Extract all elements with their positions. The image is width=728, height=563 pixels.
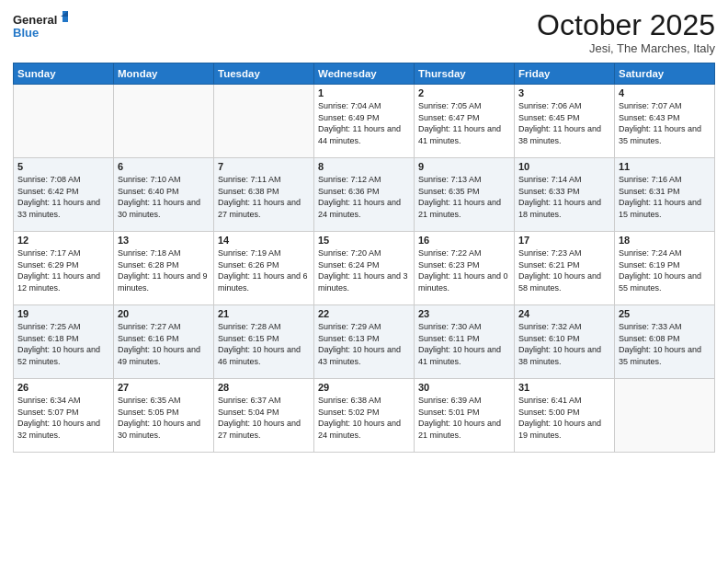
cell-text: Sunrise: 7:19 AM <box>218 247 310 259</box>
cell-text: Daylight: 11 hours and 12 minutes. <box>17 270 109 293</box>
calendar-cell: 8Sunrise: 7:12 AMSunset: 6:36 PMDaylight… <box>314 158 415 232</box>
cell-text: Sunset: 6:10 PM <box>518 333 610 345</box>
month-title: October 2025 <box>537 9 715 41</box>
cell-text: Sunrise: 6:37 AM <box>218 395 310 407</box>
cell-text: Sunset: 6:21 PM <box>518 259 610 271</box>
cell-text: Sunset: 6:40 PM <box>118 186 210 198</box>
cell-text: Sunrise: 7:11 AM <box>218 174 310 186</box>
calendar-cell: 14Sunrise: 7:19 AMSunset: 6:26 PMDayligh… <box>214 232 314 305</box>
cell-text: Daylight: 11 hours and 6 minutes. <box>218 270 310 293</box>
day-number: 10 <box>518 161 610 172</box>
logo: General Blue <box>13 9 68 46</box>
cell-text: Sunrise: 7:32 AM <box>518 321 610 333</box>
calendar-cell: 17Sunrise: 7:23 AMSunset: 6:21 PMDayligh… <box>515 232 615 305</box>
cell-text: Sunrise: 6:34 AM <box>17 395 109 407</box>
cell-text: Daylight: 11 hours and 24 minutes. <box>318 197 410 220</box>
cell-text: Sunrise: 7:23 AM <box>518 247 610 259</box>
cell-text: Sunrise: 7:04 AM <box>318 100 410 112</box>
cell-text: Sunrise: 7:27 AM <box>118 321 210 333</box>
cell-text: Sunset: 5:01 PM <box>418 407 510 419</box>
day-number: 17 <box>518 235 610 246</box>
cell-text: Daylight: 10 hours and 27 minutes. <box>218 418 310 441</box>
day-number: 5 <box>17 161 109 172</box>
day-number: 25 <box>619 308 711 319</box>
cell-text: Daylight: 10 hours and 21 minutes. <box>418 418 510 441</box>
calendar-cell <box>615 379 715 453</box>
calendar-cell: 25Sunrise: 7:33 AMSunset: 6:08 PMDayligh… <box>615 305 715 379</box>
cell-text: Sunset: 6:08 PM <box>619 333 711 345</box>
cell-text: Daylight: 10 hours and 58 minutes. <box>518 270 610 293</box>
cell-text: Daylight: 11 hours and 27 minutes. <box>218 197 310 220</box>
cell-text: Daylight: 10 hours and 46 minutes. <box>218 344 310 367</box>
header-sunday: Sunday <box>14 63 114 85</box>
calendar-cell: 19Sunrise: 7:25 AMSunset: 6:18 PMDayligh… <box>14 305 114 379</box>
day-number: 22 <box>318 308 410 319</box>
cell-text: Daylight: 10 hours and 32 minutes. <box>17 418 109 441</box>
day-number: 12 <box>17 235 109 246</box>
cell-text: Daylight: 11 hours and 9 minutes. <box>118 270 210 293</box>
cell-text: Sunset: 5:07 PM <box>17 407 109 419</box>
calendar-cell: 10Sunrise: 7:14 AMSunset: 6:33 PMDayligh… <box>515 158 615 232</box>
cell-text: Daylight: 11 hours and 41 minutes. <box>418 123 510 146</box>
cell-text: Daylight: 10 hours and 35 minutes. <box>619 344 711 367</box>
cell-text: Sunset: 6:18 PM <box>17 333 109 345</box>
cell-text: Sunset: 5:05 PM <box>118 407 210 419</box>
cell-text: Daylight: 10 hours and 43 minutes. <box>318 344 410 367</box>
cell-text: Daylight: 11 hours and 21 minutes. <box>418 197 510 220</box>
calendar-cell: 27Sunrise: 6:35 AMSunset: 5:05 PMDayligh… <box>114 379 214 453</box>
page: General Blue October 2025 Jesi, The Marc… <box>0 0 728 563</box>
day-number: 30 <box>418 382 510 393</box>
day-number: 19 <box>17 308 109 319</box>
cell-text: Sunset: 6:49 PM <box>318 112 410 124</box>
calendar-cell: 5Sunrise: 7:08 AMSunset: 6:42 PMDaylight… <box>14 158 114 232</box>
day-number: 11 <box>619 161 711 172</box>
header-tuesday: Tuesday <box>214 63 314 85</box>
cell-text: Sunset: 6:11 PM <box>418 333 510 345</box>
cell-text: Sunrise: 7:22 AM <box>418 247 510 259</box>
calendar-cell: 22Sunrise: 7:29 AMSunset: 6:13 PMDayligh… <box>314 305 415 379</box>
cell-text: Sunset: 6:19 PM <box>619 259 711 271</box>
cell-text: Sunrise: 7:18 AM <box>118 247 210 259</box>
day-number: 7 <box>218 161 310 172</box>
calendar-cell <box>114 85 214 158</box>
day-number: 6 <box>118 161 210 172</box>
cell-text: Sunset: 6:43 PM <box>619 112 711 124</box>
cell-text: Sunset: 6:33 PM <box>518 186 610 198</box>
cell-text: Daylight: 10 hours and 19 minutes. <box>518 418 610 441</box>
header-friday: Friday <box>515 63 615 85</box>
cell-text: Sunrise: 7:06 AM <box>518 100 610 112</box>
day-number: 27 <box>118 382 210 393</box>
calendar-cell: 12Sunrise: 7:17 AMSunset: 6:29 PMDayligh… <box>14 232 114 305</box>
day-number: 29 <box>318 382 410 393</box>
calendar-cell: 23Sunrise: 7:30 AMSunset: 6:11 PMDayligh… <box>415 305 515 379</box>
day-number: 21 <box>218 308 310 319</box>
calendar-cell: 4Sunrise: 7:07 AMSunset: 6:43 PMDaylight… <box>615 85 715 158</box>
day-number: 14 <box>218 235 310 246</box>
cell-text: Sunrise: 7:16 AM <box>619 174 711 186</box>
cell-text: Sunset: 6:31 PM <box>619 186 711 198</box>
calendar-cell <box>14 85 114 158</box>
calendar-cell: 13Sunrise: 7:18 AMSunset: 6:28 PMDayligh… <box>114 232 214 305</box>
day-number: 16 <box>418 235 510 246</box>
calendar-cell: 24Sunrise: 7:32 AMSunset: 6:10 PMDayligh… <box>515 305 615 379</box>
calendar-cell: 15Sunrise: 7:20 AMSunset: 6:24 PMDayligh… <box>314 232 415 305</box>
cell-text: Sunrise: 7:08 AM <box>17 174 109 186</box>
day-number: 9 <box>418 161 510 172</box>
calendar-week-3: 12Sunrise: 7:17 AMSunset: 6:29 PMDayligh… <box>14 232 715 305</box>
calendar-cell: 18Sunrise: 7:24 AMSunset: 6:19 PMDayligh… <box>615 232 715 305</box>
header-saturday: Saturday <box>615 63 715 85</box>
cell-text: Sunrise: 7:33 AM <box>619 321 711 333</box>
calendar-cell: 9Sunrise: 7:13 AMSunset: 6:35 PMDaylight… <box>415 158 515 232</box>
day-number: 31 <box>518 382 610 393</box>
cell-text: Sunrise: 7:14 AM <box>518 174 610 186</box>
day-number: 13 <box>118 235 210 246</box>
day-number: 28 <box>218 382 310 393</box>
cell-text: Sunset: 6:28 PM <box>118 259 210 271</box>
cell-text: Sunrise: 7:17 AM <box>17 247 109 259</box>
cell-text: Sunset: 6:13 PM <box>318 333 410 345</box>
cell-text: Sunrise: 7:05 AM <box>418 100 510 112</box>
cell-text: Sunrise: 7:13 AM <box>418 174 510 186</box>
title-block: October 2025 Jesi, The Marches, Italy <box>537 9 715 55</box>
cell-text: Sunset: 5:02 PM <box>318 407 410 419</box>
cell-text: Daylight: 11 hours and 18 minutes. <box>518 197 610 220</box>
